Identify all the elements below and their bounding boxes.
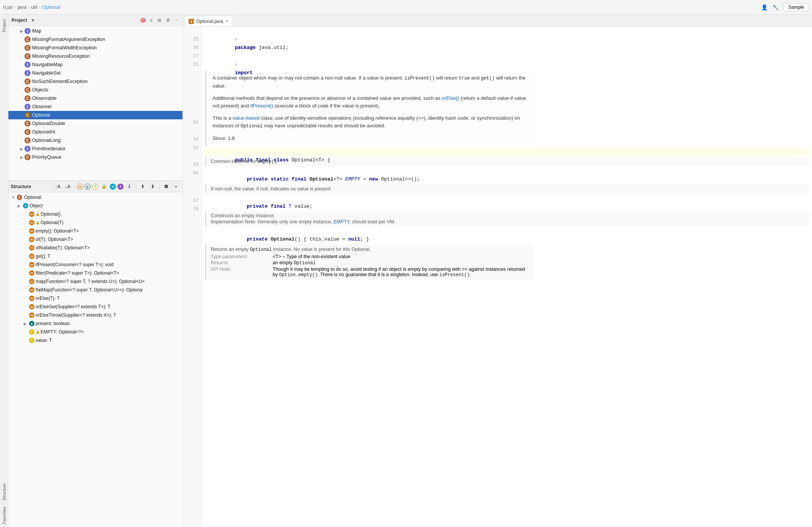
tree-item-priorityqueue[interactable]: ▶ C PriorityQueue [8,153,182,161]
struct-get[interactable]: m get(): T [8,252,182,260]
tree-item-navigablemap[interactable]: I NavigableMap [8,60,182,69]
fold-icon-top[interactable]: ⊕ [235,37,238,42]
tree-item-missingformatarg[interactable]: C MissingFormatArgumentException [8,35,182,44]
breadcrumb: rt.jar › java › util › Optional [3,4,60,10]
tree-item-primitiveiterator[interactable]: ▶ I PrimitiveIterator [8,145,182,153]
code-content: ⊕ /.../ package java.util; ⊕ import ... [202,27,812,527]
tree-arrow-oi [19,129,24,135]
struct-ifpresent[interactable]: m ifPresent(Consumer<? super T>): void [8,260,182,269]
struct-orelseget[interactable]: m orElseGet(Supplier<? extends T>): T [8,303,182,311]
breadcrumb-util[interactable]: util [31,4,37,10]
struct-label-orelsethrow: orElseThrow(Supplier<? extends X>): T [36,312,116,318]
struct-empty-field[interactable]: f 🔒 EMPTY: Optional<?> [8,328,182,336]
sample-button[interactable]: Sample [783,3,809,11]
tree-label-map: Map [32,28,41,34]
breadcrumb-java[interactable]: java [18,4,27,10]
struct-optional-ctort[interactable]: m 🔒 Optional(T) [8,218,182,227]
doc-link-empty[interactable]: EMPTY [334,219,349,224]
editor-tab-optional[interactable]: J Optional.java ✕ [184,16,233,26]
vtab-favorites[interactable]: Favorites [1,504,8,527]
tree-label-mfw: MissingFormatWidthException [32,45,97,50]
expand-all-icon[interactable]: ⊞ [156,17,163,23]
struct-expand-optional[interactable]: ▼ [11,195,16,200]
project-dropdown-icon[interactable]: ▼ [31,18,35,23]
struct-object[interactable]: ▶ o Object [8,202,182,210]
vtab-structure[interactable]: Structure [1,480,8,504]
struct-present[interactable]: ▶ p present: boolean [8,319,182,328]
struct-orelse[interactable]: m orElse(T): T [8,294,182,303]
struct-label-ifpresent: ifPresent(Consumer<? super T>): void [36,262,114,267]
linenum-55: 55 [183,144,202,152]
sort-down-icon[interactable]: ⬇ [148,182,157,191]
doc-link-ifpresent[interactable]: ifPresent() [250,103,273,109]
struct-expand-present[interactable]: ▶ [24,322,28,326]
breadcrumb-rtjar[interactable]: rt.jar [3,4,13,10]
minimize-project-icon[interactable]: − [173,17,179,23]
struct-of[interactable]: m of(T): Optional<T> [8,235,182,244]
filter-m-icon[interactable]: m [77,184,83,190]
breadcrumb-sep-1: › [15,5,16,10]
tree-label-nse: NoSuchElementException [32,79,88,84]
struct-optional-root[interactable]: ▼ C Optional [8,193,182,202]
doc-comment-text-1: Common instance for [211,159,257,164]
tree-item-nosuchelement[interactable]: C NoSuchElementException [8,77,182,86]
type-optional2-54: Optional [381,176,405,182]
tree-item-optionalint[interactable]: C OptionalInt [8,128,182,136]
settings-gear-icon[interactable]: ⚙ [165,17,171,23]
tree-item-observable[interactable]: C Observable [8,94,182,102]
sort-up-icon[interactable]: ⬆ [138,182,147,191]
struct-label-ctort: Optional(T) [41,220,63,225]
filter-lambda-icon[interactable]: λ [125,182,133,191]
settings-icon[interactable]: 🔧 [772,4,779,10]
doc-text-2: will return [435,75,459,81]
collapse-all-icon[interactable]: ≡ [148,17,154,23]
kw-static-54: static [271,176,289,182]
tree-item-missingformatwidth[interactable]: C MissingFormatWidthException [8,44,182,52]
sort-alpha-asc-icon[interactable]: ↑A [54,182,62,191]
doc-link-orelse[interactable]: orElse() [442,95,459,101]
struct-label-emptyfield: EMPTY: Optional<?> [41,329,84,335]
structure-section: Structure ↑A ↓A m p f 🔒 ● λ λ ⬆ ⬇ ⚙ [8,181,182,527]
doc-link-valuebased[interactable]: value-based [233,115,260,121]
filter-cyan-icon[interactable]: ● [110,184,116,190]
sort-alpha-desc-icon[interactable]: ↓A [63,182,72,191]
fold-icon-import[interactable]: ⊕ [235,62,238,67]
tree-item-optional[interactable]: C Optional [8,111,182,119]
filter-p-icon[interactable]: p [85,184,91,190]
struct-badge-ctor: m [29,211,34,217]
filter-purple-icon[interactable]: λ [117,184,124,190]
struct-expand-object[interactable]: ▶ [18,204,22,208]
tree-item-navigableset[interactable]: I NavigableSet [8,69,182,77]
vtab-project[interactable]: Project [1,16,8,35]
struct-settings-icon[interactable]: ⚙ [162,182,170,191]
struct-label-flatmap: flatMap(Function<? super T, Optional<U>>… [36,287,142,293]
filter-lock-icon[interactable]: 🔒 [100,182,108,191]
tree-item-objects[interactable]: C Objects [8,86,182,94]
tree-arrow-pi: ▶ [19,146,24,151]
struct-orelsethrow[interactable]: m orElseThrow(Supplier<? extends X>): T [8,311,182,319]
indent-54 [235,176,247,182]
tree-arrow-pq: ▶ [19,155,24,160]
project-section: Project ▼ 🎯 ≡ ⊞ ⚙ − ▶ I Map C [8,15,182,181]
tree-arrow-nse [19,79,24,84]
locate-icon[interactable]: 🎯 [140,17,146,23]
tab-close-icon[interactable]: ✕ [225,19,229,24]
user-icon[interactable]: 👤 [761,4,768,10]
tree-item-map[interactable]: ▶ I Map [8,27,182,35]
linenum-50: 50 [183,119,202,127]
tree-item-optionallong[interactable]: C OptionalLong [8,136,182,145]
struct-ofnullable[interactable]: m ofNullable(T): Optional<T> [8,244,182,252]
struct-optional-ctor[interactable]: m 🔒 Optional() [8,210,182,218]
filter-f-icon[interactable]: f [92,184,98,190]
code-fold-line[interactable]: ⊕ /.../ [205,27,809,35]
struct-map[interactable]: m map(Function<? super T, ? extends U>):… [8,277,182,286]
struct-flatmap[interactable]: m flatMap(Function<? super T, Optional<U… [8,286,182,294]
tree-arrow-mfa [19,37,24,42]
struct-empty[interactable]: m empty(): Optional<T> [8,227,182,235]
tree-item-observer[interactable]: I Observer [8,102,182,111]
struct-filter[interactable]: m filter(Predicate<? super T>): Optional… [8,269,182,277]
struct-value-field[interactable]: f value: T [8,336,182,345]
tree-item-missingresource[interactable]: C MissingResourceException [8,52,182,60]
tree-item-optionaldouble[interactable]: C OptionalDouble [8,119,182,128]
struct-minimize-icon[interactable]: − [172,182,180,191]
